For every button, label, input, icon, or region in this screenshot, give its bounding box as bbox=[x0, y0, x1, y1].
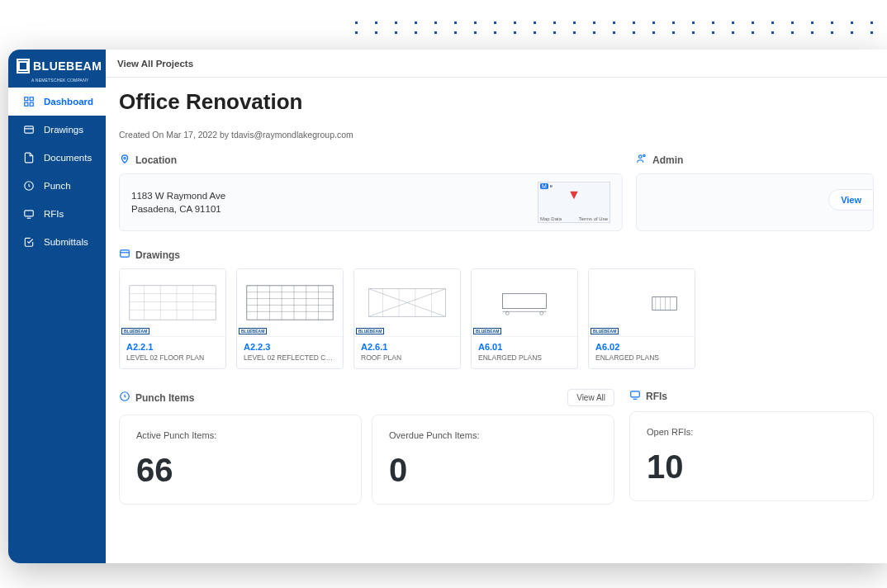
drawing-thumbnail: BLUEBEAM bbox=[237, 269, 343, 337]
location-icon bbox=[119, 153, 130, 167]
drawings-section-icon bbox=[119, 248, 130, 262]
stat-value: 66 bbox=[136, 452, 344, 489]
svg-rect-10 bbox=[121, 250, 130, 257]
stat-value: 10 bbox=[647, 448, 856, 486]
drawing-name: ENLARGED PLANS bbox=[595, 353, 688, 362]
location-header: Location bbox=[135, 154, 177, 166]
drawing-name: LEVEL 02 REFLECTED CEIL... bbox=[244, 353, 336, 362]
sidebar-item-documents[interactable]: Documents bbox=[8, 144, 106, 172]
bluebeam-watermark: BLUEBEAM bbox=[239, 328, 267, 334]
drawing-code: A2.2.1 bbox=[126, 342, 219, 352]
view-all-projects-link[interactable]: View All Projects bbox=[117, 59, 193, 69]
sidebar-item-dashboard[interactable]: Dashboard bbox=[8, 88, 106, 116]
bluebeam-watermark: BLUEBEAM bbox=[591, 328, 619, 334]
admin-section: Admin View bbox=[636, 153, 874, 231]
drawing-name: ROOF PLAN bbox=[361, 353, 453, 362]
stat-label: Active Punch Items: bbox=[136, 430, 344, 440]
drawing-card[interactable]: BLUEBEAM A2.2.3 LEVEL 02 REFLECTED CEIL.… bbox=[236, 268, 344, 369]
bluebeam-watermark: BLUEBEAM bbox=[473, 328, 501, 334]
sidebar-item-submittals[interactable]: Submittals bbox=[8, 228, 106, 256]
dashboard-icon bbox=[22, 96, 36, 107]
svg-point-9 bbox=[643, 154, 645, 156]
sidebar-label: RFIs bbox=[44, 209, 64, 219]
svg-rect-0 bbox=[25, 97, 28, 101]
location-address: 1183 W Raymond Ave Pasadena, CA 91101 bbox=[131, 189, 225, 216]
map-data-label: Map Data bbox=[540, 216, 562, 221]
sidebar-label: Punch bbox=[44, 181, 71, 191]
drawings-list: BLUEBEAM A2.2.1 LEVEL 02 FLOOR PLAN BLUE… bbox=[119, 268, 874, 369]
sidebar: BLUEBEAM A NEMETSCHEK COMPANY Dashboard … bbox=[8, 50, 106, 563]
drawing-card[interactable]: BLUEBEAM A2.2.1 LEVEL 02 FLOOR PLAN bbox=[119, 268, 226, 369]
rfis-section: RFIs Open RFIs: 10 bbox=[629, 389, 874, 501]
punch-view-all-button[interactable]: View All bbox=[567, 389, 614, 406]
admin-card: View bbox=[636, 173, 874, 231]
open-rfis-card: Open RFIs: 10 bbox=[629, 411, 874, 501]
address-line2: Pasadena, CA 91101 bbox=[131, 202, 225, 216]
drawing-thumbnail: BLUEBEAM bbox=[472, 269, 577, 337]
drawing-thumbnail: BLUEBEAM bbox=[589, 269, 695, 337]
location-section: Location 1183 W Raymond Ave Pasadena, CA… bbox=[119, 153, 623, 231]
drawing-card[interactable]: BLUEBEAM A6.02 ENLARGED PLANS bbox=[588, 268, 695, 369]
content: Office Renovation Created On Mar 17, 202… bbox=[106, 78, 887, 563]
admin-view-button[interactable]: View bbox=[828, 189, 874, 211]
sidebar-label: Submittals bbox=[44, 237, 88, 247]
sidebar-label: Dashboard bbox=[44, 97, 93, 107]
svg-rect-4 bbox=[25, 126, 34, 133]
drawings-header: Drawings bbox=[135, 249, 180, 261]
svg-rect-37 bbox=[502, 294, 546, 309]
svg-rect-47 bbox=[631, 391, 640, 397]
sidebar-item-punch[interactable]: Punch bbox=[8, 172, 106, 200]
sidebar-label: Documents bbox=[44, 153, 92, 163]
app-window: BLUEBEAM A NEMETSCHEK COMPANY Dashboard … bbox=[8, 50, 887, 563]
sidebar-item-rfis[interactable]: RFIs bbox=[8, 200, 106, 228]
svg-rect-3 bbox=[30, 102, 33, 106]
documents-icon bbox=[22, 152, 36, 164]
page-meta: Created On Mar 17, 2022 by tdavis@raymon… bbox=[119, 130, 874, 140]
svg-rect-2 bbox=[25, 102, 28, 106]
decorative-dots-top bbox=[355, 21, 887, 46]
rfis-header: RFIs bbox=[646, 391, 667, 402]
map-terms-label: Terms of Use bbox=[579, 216, 608, 221]
punch-header: Punch Items bbox=[135, 392, 194, 404]
drawing-code: A2.2.3 bbox=[244, 342, 336, 352]
sidebar-item-drawings[interactable]: Drawings bbox=[8, 116, 106, 144]
svg-rect-11 bbox=[130, 286, 216, 320]
drawing-name: LEVEL 02 FLOOR PLAN bbox=[126, 353, 219, 362]
map-pin-icon: ▼ bbox=[567, 187, 581, 202]
stat-label: Open RFIs: bbox=[647, 427, 856, 437]
submittals-icon bbox=[22, 236, 36, 248]
brand-logo[interactable]: BLUEBEAM bbox=[8, 50, 106, 79]
topbar: View All Projects bbox=[106, 50, 887, 78]
admin-header: Admin bbox=[652, 154, 683, 166]
active-punch-card: Active Punch Items: 66 bbox=[119, 415, 362, 505]
drawing-code: A2.6.1 bbox=[361, 342, 453, 352]
main: View All Projects Office Renovation Crea… bbox=[106, 50, 887, 563]
punch-section-icon bbox=[119, 391, 130, 405]
brand-subtitle: A NEMETSCHEK COMPANY bbox=[8, 78, 106, 88]
rfis-section-icon bbox=[629, 389, 641, 403]
page-title: Office Renovation bbox=[119, 89, 874, 115]
rfis-icon bbox=[22, 208, 36, 220]
drawings-icon bbox=[22, 124, 36, 135]
address-line1: 1183 W Raymond Ave bbox=[131, 189, 225, 202]
map-thumbnail[interactable]: Me ▼ Map Data Terms of Use bbox=[538, 182, 610, 223]
bluebeam-watermark: BLUEBEAM bbox=[121, 328, 149, 334]
drawing-card[interactable]: BLUEBEAM A6.01 ENLARGED PLANS bbox=[471, 268, 578, 369]
drawing-name: ENLARGED PLANS bbox=[478, 353, 571, 362]
punch-icon bbox=[22, 180, 36, 192]
drawing-code: A6.02 bbox=[595, 342, 688, 352]
svg-rect-6 bbox=[25, 211, 34, 216]
logo-icon bbox=[17, 59, 30, 74]
svg-rect-19 bbox=[247, 286, 333, 320]
drawing-thumbnail: BLUEBEAM bbox=[120, 269, 225, 337]
bluebeam-watermark: BLUEBEAM bbox=[356, 328, 384, 334]
stat-label: Overdue Punch Items: bbox=[389, 430, 597, 440]
drawing-card[interactable]: BLUEBEAM A2.6.1 ROOF PLAN bbox=[353, 268, 461, 369]
svg-point-8 bbox=[639, 155, 643, 159]
overdue-punch-card: Overdue Punch Items: 0 bbox=[372, 415, 614, 505]
location-card: 1183 W Raymond Ave Pasadena, CA 91101 Me… bbox=[119, 173, 623, 231]
drawing-code: A6.01 bbox=[478, 342, 571, 352]
drawings-section: Drawings BLUEBEAM A2.2.1 LEVEL 02 FLOOR … bbox=[119, 248, 874, 369]
map-badge: M bbox=[540, 183, 548, 189]
sidebar-label: Drawings bbox=[44, 125, 83, 135]
